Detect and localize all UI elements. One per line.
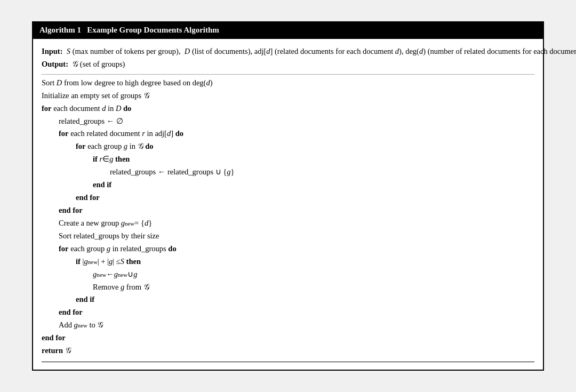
- step-end-for-d: end for: [42, 332, 534, 345]
- input-line: Input: S (max number of tokens per group…: [42, 45, 576, 58]
- step-return: return 𝒢: [42, 345, 534, 357]
- step-sort-related-groups: Sort related_groups by their size: [42, 230, 534, 243]
- step-add-gnew: Add gnew to 𝒢: [42, 319, 534, 332]
- step-end-for-g: end for: [42, 191, 534, 204]
- bottom-rule: [42, 362, 534, 362]
- step-update-related-groups: related_groups ← related_groups ∪ {g}: [42, 166, 534, 179]
- step-if-r-in-g: if r ∈ g then: [42, 153, 534, 166]
- step-end-if-2: end if: [42, 293, 534, 306]
- step-remove-g: Remove g from 𝒢: [42, 281, 534, 294]
- step-related-groups-init: related_groups ← ∅: [42, 115, 534, 128]
- step-end-for-r: end for: [42, 204, 534, 217]
- step-sort-d: Sort D from low degree to high degree ba…: [42, 77, 534, 90]
- algorithm-title: Example Group Documents Algorithm: [87, 26, 219, 34]
- step-merge-gnew: gnew ← gnew ∪ g: [42, 268, 534, 281]
- algorithm-number: Algorithm 1: [39, 26, 81, 34]
- output-line: Output: 𝒢 (set of groups): [42, 58, 576, 71]
- step-for-each-group-in-related: for each group g in related_groups do: [42, 243, 534, 255]
- step-create-new-group: Create a new group gnew = {d}: [42, 217, 534, 230]
- algorithm-body: Input: S (max number of tokens per group…: [33, 39, 543, 370]
- step-for-each-r: for each related document r in adj[d] do: [42, 127, 534, 140]
- step-end-for-related: end for: [42, 306, 534, 319]
- algorithm-container: Algorithm 1 Example Group Documents Algo…: [32, 21, 544, 371]
- step-init-groups: Initialize an empty set of groups 𝒢: [42, 90, 534, 102]
- step-for-each-g: for each group g in 𝒢 do: [42, 140, 534, 153]
- algorithm-header: Algorithm 1 Example Group Documents Algo…: [33, 22, 543, 39]
- step-for-each-d: for each document d in D do: [42, 102, 534, 115]
- step-end-if-1: end if: [42, 179, 534, 191]
- step-if-size-leq-s: if |gnew| + |g| ≤ S then: [42, 255, 534, 268]
